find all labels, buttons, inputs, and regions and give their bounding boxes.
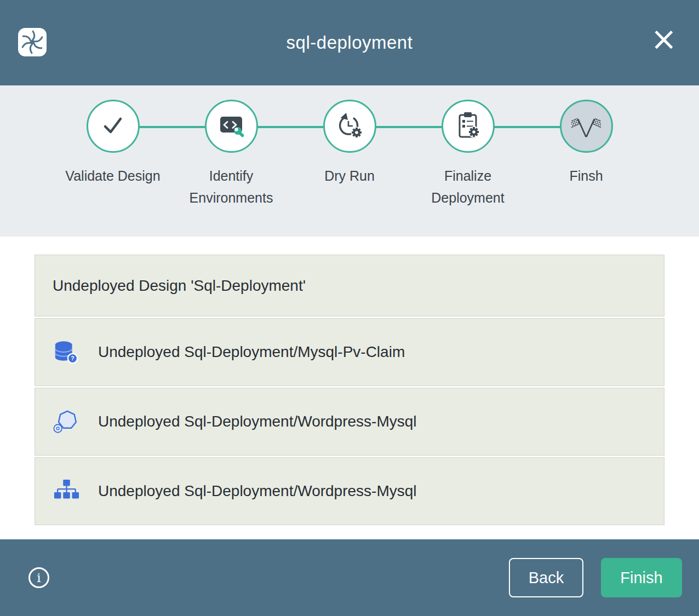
step-label: Dry Run bbox=[324, 165, 375, 187]
step-circle-identify-environments bbox=[205, 100, 258, 153]
log-text: Undeployed Sql-Deployment/Wordpress-Mysq… bbox=[98, 413, 417, 430]
step-label: Finalize Deployment bbox=[410, 165, 526, 209]
info-glyph: i bbox=[37, 571, 41, 585]
log-row-design: Undeployed Design 'Sql-Deployment' bbox=[35, 255, 664, 316]
info-icon[interactable]: i bbox=[28, 567, 49, 588]
step-label: Finsh bbox=[569, 165, 603, 187]
log-text: Undeployed Sql-Deployment/Mysql-Pv-Claim bbox=[98, 343, 405, 361]
step-circle-finish bbox=[560, 100, 613, 153]
back-button[interactable]: Back bbox=[509, 558, 583, 597]
close-icon[interactable]: × bbox=[650, 23, 677, 55]
dialog-title: sql-deployment bbox=[287, 32, 413, 53]
step-circle-validate-design bbox=[87, 100, 140, 153]
log-text: Undeployed Sql-Deployment/Wordpress-Mysq… bbox=[98, 482, 417, 500]
code-wrench-icon bbox=[217, 112, 245, 141]
step-finish: Finsh bbox=[527, 100, 645, 209]
deployment-log: Undeployed Design 'Sql-Deployment' ? Und… bbox=[0, 237, 699, 539]
log-row-wordpress-mysql-service: Undeployed Sql-Deployment/Wordpress-Mysq… bbox=[35, 457, 664, 525]
step-label: Validate Design bbox=[65, 165, 160, 187]
finish-button[interactable]: Finish bbox=[601, 558, 682, 597]
log-row-wordpress-mysql-pod: Undeployed Sql-Deployment/Wordpress-Mysq… bbox=[35, 388, 664, 456]
step-identify-environments: Identify Environments bbox=[172, 100, 290, 209]
log-text: Undeployed Design 'Sql-Deployment' bbox=[53, 277, 306, 295]
app-logo-icon bbox=[18, 28, 47, 56]
dialog-footer: i Back Finish bbox=[0, 539, 699, 616]
clipboard-gear-icon bbox=[454, 111, 482, 142]
step-label: Identify Environments bbox=[173, 165, 289, 209]
svg-text:?: ? bbox=[71, 355, 74, 361]
step-circle-dry-run bbox=[323, 100, 376, 153]
deployment-wizard-dialog: sql-deployment × Validate Design bbox=[0, 0, 699, 616]
service-tree-icon bbox=[53, 477, 80, 505]
step-circle-finalize-deployment bbox=[442, 100, 495, 153]
step-dry-run: Dry Run bbox=[290, 100, 409, 209]
log-row-pv-claim: ? Undeployed Sql-Deployment/Mysql-Pv-Cla… bbox=[35, 318, 664, 386]
database-icon: ? bbox=[53, 338, 80, 366]
dialog-header: sql-deployment × bbox=[0, 0, 699, 85]
step-finalize-deployment: Finalize Deployment bbox=[409, 100, 527, 209]
history-gear-icon bbox=[335, 111, 364, 142]
step-validate-design: Validate Design bbox=[54, 100, 172, 209]
checkered-flags-icon bbox=[571, 111, 601, 142]
pod-icon bbox=[53, 408, 80, 435]
wizard-stepper: Validate Design Ident bbox=[0, 85, 699, 237]
check-icon bbox=[99, 112, 127, 141]
